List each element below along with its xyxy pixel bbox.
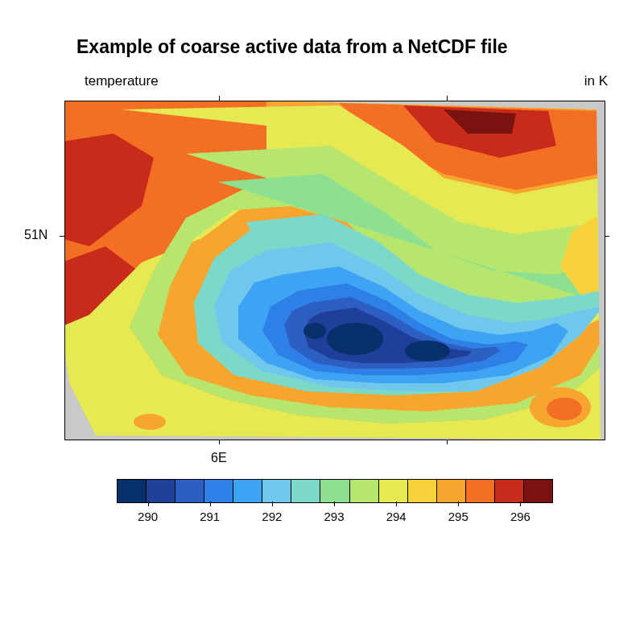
colorbar-swatch xyxy=(175,480,204,502)
x-axis-tick-mark xyxy=(447,440,448,444)
svg-point-18 xyxy=(405,341,450,361)
colorbar xyxy=(117,479,553,503)
colorbar-swatch xyxy=(118,480,147,502)
colorbar-swatch xyxy=(204,480,233,502)
colorbar-tick-mark xyxy=(458,502,459,506)
colorbar-tick-label: 291 xyxy=(200,510,220,523)
colorbar-labels: 290291292293294295296 xyxy=(117,510,551,526)
colorbar-swatch xyxy=(147,480,175,502)
colorbar-swatch xyxy=(408,480,437,502)
y-axis-tick-label: 51N xyxy=(24,228,47,242)
colorbar-swatch xyxy=(379,480,408,502)
chart-title: Example of coarse active data from a Net… xyxy=(76,36,508,58)
svg-point-23 xyxy=(134,414,166,430)
colorbar-tick-mark xyxy=(148,502,149,506)
contour-plot-area xyxy=(64,101,605,440)
colorbar-tick-mark xyxy=(210,502,211,506)
colorbar-swatch xyxy=(291,480,320,502)
colorbar-tick-mark xyxy=(334,502,335,506)
colorbar-swatch xyxy=(466,480,495,502)
x-axis-tick-label: 6E xyxy=(211,451,227,465)
svg-point-19 xyxy=(303,323,326,339)
svg-point-17 xyxy=(327,323,383,355)
colorbar-swatch xyxy=(524,480,552,502)
colorbar-swatch xyxy=(233,480,262,502)
colorbar-tick-label: 293 xyxy=(324,510,344,523)
colorbar-tick-label: 296 xyxy=(510,510,530,523)
colorbar-swatch xyxy=(350,480,379,502)
colorbar-tick-label: 294 xyxy=(386,510,407,523)
colorbar-swatch xyxy=(495,480,524,502)
x-axis-tick-mark xyxy=(219,440,220,444)
contour-heatmap xyxy=(65,101,605,440)
colorbar-tick-label: 292 xyxy=(262,510,282,523)
colorbar-swatch xyxy=(320,480,349,502)
colorbar-tick-label: 290 xyxy=(138,510,158,523)
colorbar-tick-label: 295 xyxy=(448,510,469,523)
unit-label: in K xyxy=(584,73,608,89)
colorbar-swatch xyxy=(437,480,466,502)
colorbar-tick-mark xyxy=(396,502,397,506)
colorbar-swatch xyxy=(262,480,291,502)
variable-label: temperature xyxy=(85,73,159,89)
colorbar-tick-mark xyxy=(520,502,521,506)
colorbar-tick-mark xyxy=(272,502,273,506)
svg-point-22 xyxy=(547,398,582,420)
